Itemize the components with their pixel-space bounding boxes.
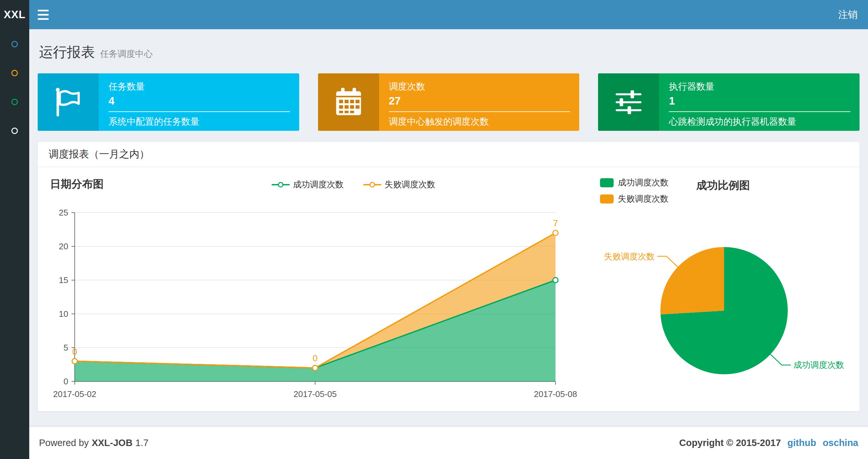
- panel-title: 调度报表（一月之内）: [38, 142, 860, 167]
- legend-item-success[interactable]: 成功调度次数: [272, 179, 344, 190]
- line-chart-legend: 成功调度次数 失败调度次数: [114, 179, 593, 190]
- daily-distribution-area-chart: 05101520252017-05-022017-05-052017-05-08…: [49, 205, 585, 407]
- legend-swatch: [600, 178, 614, 187]
- page-title: 运行报表: [39, 43, 95, 62]
- svg-text:0: 0: [312, 354, 317, 363]
- svg-text:2017-05-08: 2017-05-08: [534, 389, 577, 399]
- xxl-job-dashboard: XXL 注销 运行报表 任务调度中心: [0, 0, 868, 459]
- svg-text:失败调度次数: 失败调度次数: [604, 252, 655, 261]
- stat-label: 调度次数: [389, 80, 570, 93]
- stat-value: 1: [669, 95, 850, 107]
- github-link[interactable]: github: [787, 437, 816, 448]
- stat-box-body: 调度次数 27 调度中心触发的调度次数: [379, 73, 580, 131]
- main-content: 运行报表 任务调度中心 任务数量 4 系统中配置的任务数量: [29, 29, 868, 411]
- pie-chart-legend: 成功调度次数 失败调度次数: [600, 177, 669, 204]
- legend-line-marker: [363, 184, 381, 185]
- stat-description: 调度中心触发的调度次数: [389, 116, 570, 128]
- svg-text:25: 25: [59, 208, 68, 218]
- legend-line-marker: [272, 184, 290, 185]
- sidebar: [0, 29, 29, 459]
- sidebar-item-job-log-icon[interactable]: [11, 99, 18, 105]
- svg-text:成功调度次数: 成功调度次数: [793, 360, 844, 370]
- svg-text:2017-05-05: 2017-05-05: [294, 389, 337, 399]
- stat-description: 系统中配置的任务数量: [108, 116, 290, 128]
- footer-links: Copyright © 2015-2017 github oschina: [679, 437, 858, 448]
- app-logo[interactable]: XXL: [0, 0, 29, 29]
- legend-label: 成功调度次数: [618, 177, 669, 188]
- stat-box-jobs: 任务数量 4 系统中配置的任务数量: [38, 73, 299, 131]
- flag-icon: [38, 73, 99, 131]
- copyright-text: Copyright © 2015-2017: [679, 437, 781, 448]
- app-name: XXL-JOB: [92, 437, 132, 448]
- success-ratio-pie-chart: 成功调度次数失败调度次数: [594, 174, 861, 401]
- oschina-link[interactable]: oschina: [823, 437, 858, 448]
- top-navbar: XXL 注销: [0, 0, 868, 29]
- sidebar-item-dashboard-icon[interactable]: [11, 41, 18, 47]
- powered-by-prefix: Powered by: [39, 437, 89, 448]
- divider: [108, 111, 290, 112]
- legend-item-fail[interactable]: 失败调度次数: [363, 179, 435, 190]
- charts-area: 日期分布图 成功调度次数 失败调度次数 05101520252017-05-02…: [38, 167, 860, 411]
- legend-label: 失败调度次数: [618, 193, 669, 204]
- svg-text:7: 7: [553, 219, 558, 228]
- stat-value: 4: [108, 95, 290, 107]
- app-version: 1.7: [135, 437, 149, 448]
- svg-text:0: 0: [64, 376, 68, 386]
- legend-label: 失败调度次数: [384, 179, 435, 190]
- stat-description: 心跳检测成功的执行器机器数量: [669, 116, 850, 128]
- legend-item-success[interactable]: 成功调度次数: [600, 177, 669, 188]
- logout-link[interactable]: 注销: [838, 8, 858, 22]
- powered-by: Powered by XXL-JOB 1.7: [39, 437, 149, 448]
- stat-box-body: 执行器数量 1 心跳检测成功的执行器机器数量: [659, 73, 860, 131]
- stat-value: 27: [389, 95, 570, 107]
- stat-label: 任务数量: [108, 80, 290, 93]
- page-subtitle: 任务调度中心: [100, 48, 153, 60]
- divider: [389, 111, 570, 112]
- divider: [669, 111, 850, 112]
- svg-text:5: 5: [64, 343, 68, 353]
- sidebar-item-job-manage-icon[interactable]: [11, 70, 18, 76]
- stat-label: 执行器数量: [669, 80, 850, 93]
- page-footer: Powered by XXL-JOB 1.7 Copyright © 2015-…: [29, 426, 868, 459]
- sidebar-toggle-icon[interactable]: [38, 0, 57, 29]
- svg-text:10: 10: [59, 309, 68, 319]
- stat-boxes-row: 任务数量 4 系统中配置的任务数量: [29, 62, 868, 131]
- stat-box-triggers: 调度次数 27 调度中心触发的调度次数: [318, 73, 580, 131]
- page-header: 运行报表 任务调度中心: [29, 29, 868, 62]
- svg-text:15: 15: [59, 275, 68, 285]
- stat-box-executors: 执行器数量 1 心跳检测成功的执行器机器数量: [598, 73, 860, 131]
- calendar-icon: [318, 73, 379, 131]
- stat-box-body: 任务数量 4 系统中配置的任务数量: [99, 73, 299, 131]
- legend-swatch: [600, 194, 614, 203]
- sliders-icon: [598, 73, 659, 131]
- line-chart-title: 日期分布图: [50, 177, 104, 192]
- legend-item-fail[interactable]: 失败调度次数: [600, 193, 669, 204]
- schedule-report-panel: 调度报表（一月之内） 日期分布图 成功调度次数 失败调度次数 051015202…: [38, 142, 860, 411]
- svg-text:20: 20: [59, 241, 68, 251]
- svg-text:2017-05-02: 2017-05-02: [53, 389, 96, 399]
- sidebar-item-other-icon[interactable]: [11, 128, 18, 134]
- svg-text:0: 0: [72, 347, 77, 357]
- legend-label: 成功调度次数: [293, 179, 344, 190]
